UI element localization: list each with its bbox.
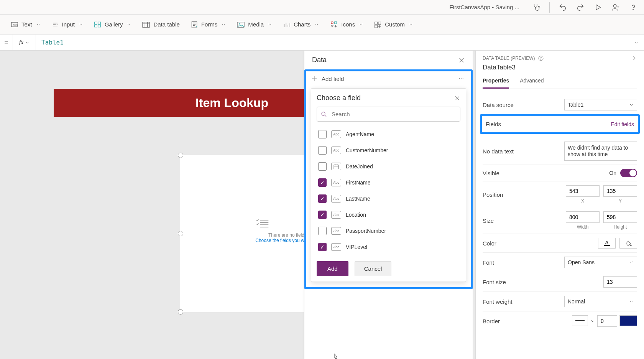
label-height: Height	[614, 224, 627, 230]
checkbox[interactable]	[318, 211, 327, 219]
close-icon[interactable]	[458, 57, 465, 64]
ribbon-gallery[interactable]: Gallery	[94, 21, 131, 28]
stethoscope-icon[interactable]	[532, 3, 541, 12]
field-item[interactable]: DateJoined	[317, 158, 460, 175]
play-icon[interactable]	[593, 3, 603, 12]
checkbox[interactable]	[318, 243, 327, 251]
chevron-right-icon[interactable]	[631, 55, 637, 61]
label-width: Width	[577, 224, 589, 230]
field-item[interactable]: AbcVIPLevel	[317, 239, 460, 255]
svg-point-3	[633, 9, 633, 10]
add-field-button[interactable]: Add field	[311, 75, 452, 82]
ribbon-text[interactable]: Abc Text	[11, 21, 41, 28]
field-item[interactable]: AbcLocation	[317, 207, 460, 223]
data-panel-title: Data	[312, 56, 327, 64]
calendar-icon	[331, 163, 341, 170]
workspace: Item Lookup There are no fields Choose t…	[0, 51, 644, 359]
text-type-icon: Abc	[331, 211, 341, 219]
input-fontsize[interactable]	[603, 276, 637, 288]
search-input[interactable]	[317, 107, 460, 122]
search-wrap	[317, 107, 460, 122]
field-item[interactable]: AbcCustomerNumber	[317, 142, 460, 158]
ribbon-datatable[interactable]: Data table	[142, 21, 179, 28]
visible-value: On	[609, 170, 616, 176]
cursor-pointer-icon	[332, 353, 339, 359]
ribbon-charts[interactable]: Charts	[283, 21, 319, 28]
field-item[interactable]: AbcPassportNumber	[317, 223, 460, 239]
input-nodata[interactable]: We didn't find any data to show at this …	[564, 142, 637, 161]
checkbox[interactable]	[318, 130, 327, 138]
choose-field-popup: Choose a field AbcAgentNameAbcCustomerNu…	[311, 88, 466, 282]
help-icon[interactable]	[629, 3, 638, 12]
ribbon-input[interactable]: Input	[51, 21, 83, 28]
svg-point-20	[322, 112, 325, 115]
ribbon-media[interactable]: Media	[237, 21, 272, 28]
label-y: Y	[619, 198, 622, 204]
formula-bar: = fx	[0, 35, 644, 51]
tab-properties[interactable]: Properties	[483, 75, 509, 89]
ribbon-datatable-label: Data table	[153, 21, 179, 28]
svg-point-24	[630, 245, 631, 246]
select-font[interactable]: Open Sans	[564, 257, 637, 268]
undo-icon[interactable]	[558, 3, 567, 12]
field-item[interactable]: AbcAgentName	[317, 126, 460, 142]
resize-handle[interactable]	[178, 309, 183, 315]
label-border: Border	[483, 318, 500, 324]
border-style-select[interactable]	[572, 315, 588, 326]
checkbox[interactable]	[318, 227, 327, 235]
input-border-width[interactable]	[597, 315, 617, 327]
checkbox[interactable]	[318, 194, 327, 203]
add-field-label: Add field	[322, 76, 344, 82]
field-name: PassportNumber	[346, 228, 386, 234]
resize-handle[interactable]	[178, 153, 183, 158]
input-width[interactable]	[566, 211, 600, 223]
info-icon[interactable]	[538, 55, 544, 61]
fill-color-swatch[interactable]	[619, 238, 637, 249]
svg-point-15	[331, 21, 333, 23]
cancel-button[interactable]: Cancel	[355, 261, 392, 276]
label-font: Font	[483, 259, 494, 266]
ribbon-icons[interactable]: Icons	[330, 21, 363, 28]
input-pos-y[interactable]	[603, 185, 637, 197]
close-icon[interactable]	[454, 95, 460, 101]
canvas-area[interactable]: Item Lookup There are no fields Choose t…	[0, 51, 475, 359]
ribbon-custom[interactable]: Custom	[374, 21, 413, 28]
label-datasource: Data source	[483, 102, 514, 108]
formula-fx[interactable]: fx	[13, 35, 36, 50]
redo-icon[interactable]	[576, 3, 585, 12]
input-pos-x[interactable]	[566, 185, 600, 197]
tab-advanced[interactable]: Advanced	[520, 75, 544, 89]
text-type-icon: Abc	[331, 179, 341, 186]
input-height[interactable]	[603, 211, 637, 223]
field-item[interactable]: AbcLastName	[317, 191, 460, 207]
svg-rect-19	[375, 25, 378, 28]
field-name: LastName	[346, 196, 370, 202]
row-visible: Visible On	[483, 165, 637, 181]
font-color-swatch[interactable]: A	[598, 238, 616, 249]
checkbox[interactable]	[318, 146, 327, 155]
edit-fields-link[interactable]: Edit fields	[611, 121, 634, 127]
formula-expand[interactable]	[628, 35, 644, 50]
share-icon[interactable]	[611, 3, 620, 12]
checkbox[interactable]	[318, 162, 327, 171]
toggle-visible[interactable]	[620, 169, 637, 177]
svg-point-6	[56, 24, 57, 25]
row-nodata: No data text We didn't find any data to …	[483, 138, 637, 165]
add-button[interactable]: Add	[317, 261, 348, 276]
checkbox[interactable]	[318, 178, 327, 187]
ribbon-forms[interactable]: Forms	[191, 21, 226, 28]
label-visible: Visible	[483, 170, 499, 176]
label-fontsize: Font size	[483, 279, 506, 285]
row-fontweight: Font weight Normal	[483, 292, 637, 311]
field-item[interactable]: AbcFirstName	[317, 175, 460, 191]
select-datasource[interactable]: Table1	[564, 99, 637, 110]
resize-handle[interactable]	[178, 231, 183, 236]
text-type-icon: Abc	[331, 227, 341, 235]
formula-input[interactable]	[41, 39, 623, 46]
border-color-swatch[interactable]	[619, 315, 637, 326]
more-icon[interactable]: ⋯	[456, 76, 466, 82]
row-font: Font Open Sans	[483, 253, 637, 272]
select-fontweight[interactable]: Normal	[564, 296, 637, 307]
props-category: DATA TABLE (PREVIEW)	[483, 56, 535, 61]
ribbon-charts-label: Charts	[294, 21, 310, 28]
